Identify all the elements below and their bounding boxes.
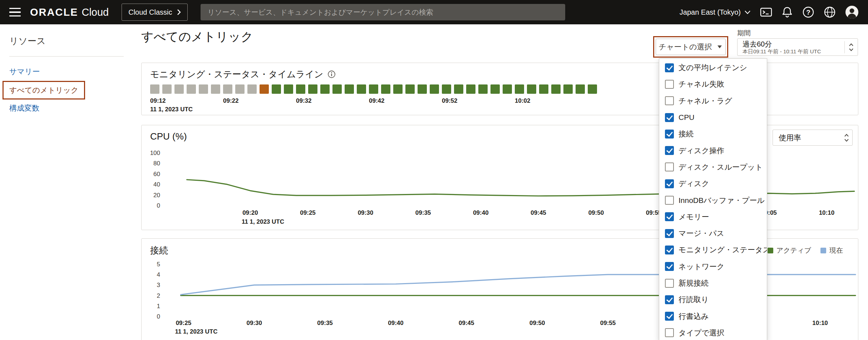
chart-option-12[interactable]: ネットワーク — [659, 258, 767, 275]
svg-text:09:25: 09:25 — [176, 320, 191, 326]
timeline-cell-green[interactable] — [369, 84, 378, 94]
timeline-cell-orange[interactable] — [260, 84, 269, 94]
top-navigation-bar: ORACLE Cloud Cloud Classic Japan East (T… — [0, 0, 868, 24]
chart-select-button[interactable]: チャートの選択 — [656, 39, 726, 55]
checkbox-unchecked-icon[interactable] — [665, 96, 674, 105]
checkbox-checked-icon[interactable] — [665, 113, 674, 122]
chart-option-16[interactable]: タイプで選択 — [659, 325, 767, 340]
timeline-cell-green[interactable] — [393, 84, 403, 94]
sidebar-item-0[interactable]: サマリー — [9, 67, 133, 77]
sidebar-item-2[interactable]: 構成変数 — [9, 103, 133, 113]
cloud-classic-button[interactable]: Cloud Classic — [122, 4, 187, 21]
chart-option-15[interactable]: 行書込み — [659, 308, 767, 324]
timeline-cell-green[interactable] — [478, 84, 488, 94]
timeline-cell-green[interactable] — [563, 84, 573, 94]
chart-option-label: モニタリング・ステータス — [679, 245, 767, 255]
checkbox-unchecked-icon[interactable] — [665, 162, 674, 171]
timeline-cell-green[interactable] — [430, 84, 439, 94]
checkbox-checked-icon[interactable] — [665, 262, 674, 271]
timeline-cell-green[interactable] — [405, 84, 415, 94]
timeline-cell-gray[interactable] — [174, 84, 184, 94]
checkbox-unchecked-icon[interactable] — [665, 328, 674, 337]
timeline-cell-green[interactable] — [454, 84, 463, 94]
chart-option-6[interactable]: ディスク・スループット — [659, 159, 767, 175]
timeline-cell-green[interactable] — [332, 84, 342, 94]
timeline-cell-green[interactable] — [357, 84, 366, 94]
sidebar-item-1[interactable]: すべてのメトリック — [3, 81, 133, 99]
chart-option-7[interactable]: ディスク — [659, 175, 767, 192]
info-icon[interactable] — [327, 70, 336, 78]
timeline-cell-green[interactable] — [539, 84, 548, 94]
checkbox-checked-icon[interactable] — [665, 179, 674, 188]
language-globe-icon[interactable] — [824, 6, 836, 18]
timeline-cell-green[interactable] — [527, 84, 536, 94]
timeline-tick-label: 09:42 — [369, 97, 384, 105]
timeline-cell-green[interactable] — [466, 84, 475, 94]
svg-text:4: 4 — [157, 271, 160, 278]
chart-option-4[interactable]: 接続 — [659, 126, 767, 142]
timeline-cell-green[interactable] — [320, 84, 330, 94]
chart-option-8[interactable]: InnoDBバッファ・プール — [659, 192, 767, 208]
checkbox-unchecked-icon[interactable] — [665, 279, 674, 288]
chart-option-0[interactable]: 文の平均レイテンシ — [659, 59, 767, 76]
timeline-cell-gray[interactable] — [235, 84, 245, 94]
checkbox-checked-icon[interactable] — [665, 130, 674, 139]
chart-option-9[interactable]: メモリー — [659, 209, 767, 225]
search-input[interactable] — [201, 4, 565, 20]
region-selector[interactable]: Japan East (Tokyo) — [680, 8, 751, 16]
timeline-cell-green[interactable] — [284, 84, 293, 94]
timeline-cell-gray[interactable] — [162, 84, 172, 94]
oracle-cloud-logo[interactable]: ORACLE Cloud — [30, 6, 109, 18]
cpu-unit-select[interactable]: 使用率 — [773, 130, 853, 146]
checkbox-checked-icon[interactable] — [665, 312, 674, 321]
timeline-cell-gray[interactable] — [247, 84, 257, 94]
notifications-bell-icon[interactable] — [781, 6, 793, 18]
timeline-date-label: 11 1, 2023 UTC — [150, 106, 193, 113]
period-selector[interactable]: 過去60分 本日09:11 午前 - 10:11 午前 UTC — [737, 38, 858, 56]
checkbox-checked-icon[interactable] — [665, 63, 674, 72]
timeline-cell-gray[interactable] — [150, 84, 159, 94]
timeline-cell-gray[interactable] — [211, 84, 220, 94]
timeline-cell-green[interactable] — [503, 84, 512, 94]
timeline-cell-green[interactable] — [418, 84, 427, 94]
chart-option-10[interactable]: マージ・パス — [659, 225, 767, 242]
timeline-cell-green[interactable] — [442, 84, 451, 94]
checkbox-checked-icon[interactable] — [665, 246, 674, 254]
timeline-cell-gray[interactable] — [199, 84, 208, 94]
timeline-cell-green[interactable] — [296, 84, 305, 94]
period-stepper-icon[interactable] — [844, 41, 854, 53]
timeline-tick-label: 09:12 — [150, 97, 166, 105]
timeline-cell-green[interactable] — [272, 84, 281, 94]
chart-option-14[interactable]: 行読取り — [659, 291, 767, 308]
timeline-cell-gray[interactable] — [187, 84, 196, 94]
timeline-cell-green[interactable] — [381, 84, 390, 94]
checkbox-unchecked-icon[interactable] — [665, 80, 674, 89]
timeline-cell-green[interactable] — [308, 84, 317, 94]
timeline-cell-green[interactable] — [588, 84, 597, 94]
checkbox-checked-icon[interactable] — [665, 212, 674, 221]
chart-option-1[interactable]: チャネル失敗 — [659, 76, 767, 92]
chart-option-13[interactable]: 新規接続 — [659, 275, 767, 291]
checkbox-checked-icon[interactable] — [665, 146, 674, 155]
timeline-cell-gray[interactable] — [223, 84, 232, 94]
timeline-cell-green[interactable] — [490, 84, 500, 94]
chart-option-2[interactable]: チャネル・ラグ — [659, 93, 767, 109]
timeline-card-title: モニタリング・ステータス・タイムライン — [150, 68, 323, 80]
user-avatar[interactable] — [845, 5, 859, 19]
menu-icon[interactable] — [9, 8, 21, 17]
chart-option-3[interactable]: CPU — [659, 109, 767, 126]
timeline-cell-green[interactable] — [551, 84, 561, 94]
checkbox-unchecked-icon[interactable] — [665, 196, 674, 205]
chart-option-5[interactable]: ディスク操作 — [659, 142, 767, 159]
help-icon[interactable]: ? — [802, 6, 814, 18]
caret-down-icon — [717, 45, 722, 49]
checkbox-checked-icon[interactable] — [665, 229, 674, 238]
checkbox-checked-icon[interactable] — [665, 295, 674, 304]
timeline-cell-green[interactable] — [345, 84, 354, 94]
timeline-cell-green[interactable] — [515, 84, 524, 94]
chart-option-11[interactable]: モニタリング・ステータス — [659, 242, 767, 258]
logo-cloud-text: Cloud — [82, 6, 109, 18]
cloud-shell-icon[interactable] — [760, 7, 772, 18]
svg-text:100: 100 — [150, 150, 160, 156]
timeline-cell-green[interactable] — [576, 84, 585, 94]
